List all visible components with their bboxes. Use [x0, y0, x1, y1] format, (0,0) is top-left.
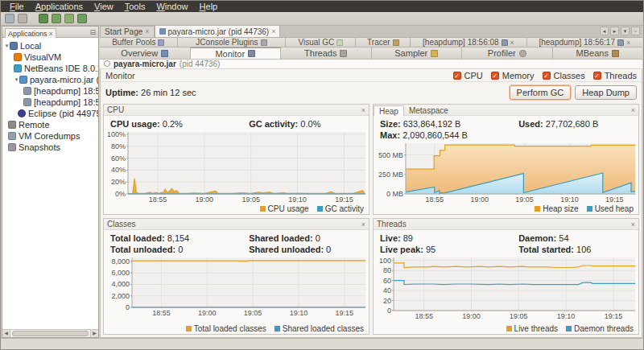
svg-text:19:10: 19:10 [557, 312, 576, 320]
tab-heap[interactable]: Heap [374, 105, 404, 116]
scroll-tabs-right-icon[interactable]: ▸ [610, 27, 619, 35]
svg-text:19:00: 19:00 [198, 309, 217, 317]
panel-close-icon[interactable]: × [361, 220, 365, 229]
checkbox-checked-icon[interactable]: ✓ [453, 72, 461, 80]
tab-profiler[interactable]: Profiler [462, 47, 553, 58]
checkbox-label: Threads [605, 71, 637, 80]
svg-text:500 MB: 500 MB [378, 151, 403, 159]
panel-close-icon[interactable]: × [361, 106, 365, 114]
tree-item-vm-coredumps[interactable]: VM Coredumps [2, 130, 98, 142]
tree-item-payara-micro[interactable]: ▾payara-micro.jar (pid 44 [2, 74, 98, 85]
menu-window[interactable]: Window [151, 1, 193, 12]
profiler-snapshot-icon[interactable] [77, 14, 87, 23]
tab-list-dropdown-icon[interactable]: ▾ [621, 27, 630, 35]
tab-label: Start Page [105, 27, 142, 37]
stat-label: Max: [380, 130, 400, 140]
tree-item-eclipse[interactable]: Eclipse (pid 44975) [2, 108, 98, 119]
panel-close-icon[interactable]: × [631, 220, 635, 229]
save-snapshots-icon[interactable] [18, 14, 27, 23]
menu-applications[interactable]: Applications [30, 1, 89, 12]
tab-jconsole-plugins[interactable]: JConsole Plugins [178, 38, 287, 47]
legend-swatch [275, 326, 280, 331]
tab-close-icon[interactable]: × [271, 27, 275, 37]
tab-payara-micro[interactable]: payara-micro.jar (pid 44736)× [155, 25, 281, 37]
stat-label: Shared loaded: [249, 233, 312, 243]
applications-tab-close-icon[interactable]: × [49, 30, 53, 38]
tab-monitor[interactable]: Monitor [191, 47, 282, 58]
tab-close-icon[interactable]: × [510, 39, 514, 47]
tab-overview[interactable]: Overview [100, 47, 191, 58]
tree-item-snapshots[interactable]: Snapshots [2, 142, 98, 153]
stat-value: 0.2% [163, 119, 183, 129]
tab-label: Sampler [394, 48, 427, 58]
svg-text:2,000: 2,000 [111, 292, 130, 300]
monitor-icon [248, 50, 255, 57]
menu-view[interactable]: View [89, 1, 119, 12]
checkbox-label: Classes [554, 71, 585, 80]
tab-label: Overview [121, 48, 158, 58]
svg-text:19:05: 19:05 [515, 196, 534, 204]
heap-dump-button[interactable]: Heap Dump [575, 85, 637, 100]
legend-swatch [260, 206, 266, 212]
tab-metaspace[interactable]: Metaspace [404, 105, 453, 116]
scrollbar-thumb[interactable] [12, 331, 89, 336]
tree-item-netbeans[interactable]: NetBeans IDE 8.0.2 (pid [2, 63, 98, 74]
legend-label: Used heap [595, 204, 634, 213]
checkbox-label: Memory [502, 71, 535, 80]
tab-close-icon[interactable]: × [145, 27, 149, 37]
tab-mbeans[interactable]: MBeans [553, 47, 643, 58]
tree-item-label: [heapdump] 18:56:17 [34, 97, 98, 107]
checkbox-memory[interactable]: ✓Memory [491, 71, 535, 80]
tab-tracer[interactable]: Tracer [356, 38, 411, 47]
sidebar-minimize-icon[interactable]: ⊟ [89, 28, 96, 36]
checkbox-checked-icon[interactable]: ✓ [593, 72, 601, 80]
action-buttons: Perform GC Heap Dump [510, 85, 637, 100]
sidebar-horizontal-scrollbar[interactable]: ◀ ▶ [2, 329, 98, 337]
main-area: Start Page× payara-micro.jar (pid 44736)… [100, 26, 642, 338]
applications-tab[interactable]: Applications× [5, 28, 56, 38]
load-snapshot-icon[interactable] [5, 14, 14, 23]
scroll-left-icon[interactable]: ◀ [2, 330, 10, 337]
checkbox-threads[interactable]: ✓Threads [593, 71, 637, 80]
tree-item-remote[interactable]: Remote [2, 119, 98, 130]
tree-item-label: Remote [19, 120, 50, 130]
heap-dump-icon[interactable] [64, 14, 74, 23]
tab-heapdump-185608[interactable]: [heapdump] 18:56:08× [411, 38, 526, 47]
legend-swatch [317, 206, 323, 212]
menu-bar: File Applications View Tools Window Help [1, 1, 643, 12]
expander-icon[interactable]: ▾ [14, 76, 19, 83]
visual-gc-icon [336, 39, 343, 46]
tree-item-local[interactable]: ▾Local [2, 40, 98, 51]
menu-file[interactable]: File [4, 1, 30, 12]
tree-item-heapdump-185617[interactable]: [heapdump] 18:56:17 [2, 97, 98, 108]
svg-text:19:15: 19:15 [335, 196, 353, 204]
tab-visual-gc[interactable]: Visual GC [286, 38, 356, 47]
checkbox-cpu[interactable]: ✓CPU [453, 71, 483, 80]
perform-gc-button[interactable]: Perform GC [510, 85, 572, 100]
svg-text:0 MB: 0 MB [386, 190, 403, 198]
maximize-tab-icon[interactable]: ▫ [631, 27, 640, 35]
applications-tab-label: Applications [8, 30, 47, 38]
checkbox-checked-icon[interactable]: ✓ [491, 72, 499, 80]
expander-icon[interactable]: ▾ [4, 43, 10, 49]
threads-panel-header: Threads × [374, 219, 638, 230]
checkbox-classes[interactable]: ✓Classes [543, 71, 585, 80]
application-snapshot-icon[interactable] [39, 14, 48, 23]
tab-close-icon[interactable]: × [626, 39, 630, 47]
tab-heapdump-185617[interactable]: [heapdump] 18:56:17× [527, 38, 642, 47]
tab-sampler[interactable]: Sampler [372, 47, 463, 58]
tab-buffer-pools[interactable]: Buffer Pools [100, 38, 178, 47]
checkbox-checked-icon[interactable]: ✓ [543, 72, 551, 80]
thread-dump-icon[interactable] [52, 14, 61, 23]
tree-item-heapdump-185608[interactable]: [heapdump] 18:56:08 [2, 85, 98, 97]
sampler-lock-icon [431, 50, 438, 57]
tree-item-visualvm[interactable]: VisualVM [2, 51, 98, 63]
menu-help[interactable]: Help [194, 1, 224, 12]
menu-tools[interactable]: Tools [119, 1, 151, 12]
tab-threads[interactable]: Threads [281, 47, 372, 58]
scroll-right-icon[interactable]: ▶ [90, 330, 98, 337]
tab-start-page[interactable]: Start Page× [100, 26, 155, 37]
panel-close-icon[interactable]: × [631, 106, 638, 114]
scroll-tabs-left-icon[interactable]: ◂ [600, 27, 609, 35]
status-bar [1, 338, 643, 349]
